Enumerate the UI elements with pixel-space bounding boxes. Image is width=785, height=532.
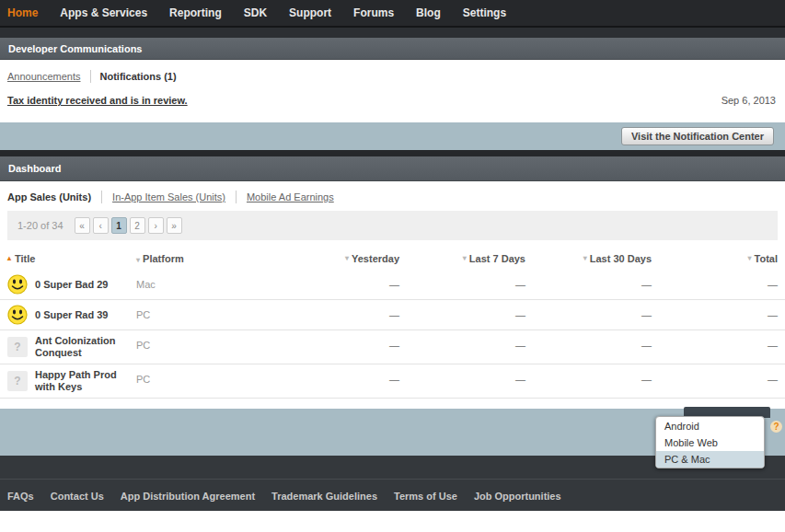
sort-asc-icon: ▴	[7, 255, 11, 262]
dropdown-option-android[interactable]: Android	[656, 418, 764, 434]
total-cell: —	[652, 305, 778, 320]
pagination-bar: 1-20 of 34 « ‹ 1 2 › »	[7, 211, 778, 240]
footer-link-job-opportunities[interactable]: Job Opportunities	[474, 491, 561, 502]
last-30-days-cell: —	[525, 305, 652, 320]
dashboard-title: Dashboard	[8, 163, 61, 174]
table-row: ? Ant Colonization Conquest PC — — — —	[0, 330, 785, 364]
column-header-total-label: Total	[755, 253, 778, 264]
footer-link-trademark-guidelines[interactable]: Trademark Guidelines	[271, 491, 377, 502]
platform-cell: Mac	[136, 274, 273, 290]
last-7-days-cell: —	[399, 305, 525, 320]
visit-notification-center-button[interactable]: Visit the Notification Center	[621, 127, 774, 145]
tab-mobile-ad-earnings[interactable]: Mobile Ad Earnings	[247, 191, 334, 202]
footer-link-faqs[interactable]: FAQs	[7, 491, 34, 502]
nav-item-settings[interactable]: Settings	[463, 0, 506, 27]
nav-item-reporting[interactable]: Reporting	[169, 0, 222, 27]
notification-link[interactable]: Tax identity received and is in review.	[7, 95, 188, 106]
app-sales-table: ▴ Title ▾ Platform ▾ Yesterday ▾ Last 7 …	[0, 253, 785, 399]
pagination-page-1-button[interactable]: 1	[111, 217, 127, 234]
last-7-days-cell: —	[399, 335, 525, 351]
app-title: Happy Path Prod with Keys	[35, 369, 131, 393]
pagination-first-button[interactable]: «	[75, 217, 90, 234]
app-title: 0 Super Rad 39	[35, 309, 131, 321]
dropdown-option-mobile-web[interactable]: Mobile Web	[656, 434, 764, 451]
app-title-cell[interactable]: ? Happy Path Prod with Keys	[7, 369, 136, 393]
footer-link-terms-of-use[interactable]: Terms of Use	[394, 491, 457, 502]
app-title: 0 Super Bad 29	[35, 279, 131, 291]
last-30-days-cell: —	[525, 335, 652, 351]
app-title: Ant Colonization Conquest	[35, 335, 131, 359]
tab-divider	[236, 191, 237, 203]
question-placeholder-icon: ?	[7, 337, 28, 357]
sort-desc-icon: ▾	[748, 255, 752, 262]
total-cell: —	[652, 274, 778, 290]
sort-desc-icon: ▾	[345, 255, 349, 262]
tab-notifications[interactable]: Notifications (1)	[100, 71, 177, 82]
column-header-platform[interactable]: ▾ Platform	[136, 253, 273, 264]
footer-link-contact-us[interactable]: Contact Us	[51, 491, 104, 502]
tab-in-app-item-sales[interactable]: In-App Item Sales (Units)	[112, 191, 225, 202]
table-row: 0 Super Bad 29 Mac — — — —	[0, 270, 785, 300]
smiley-face-icon	[7, 274, 28, 295]
nav-item-forums[interactable]: Forums	[353, 0, 394, 27]
last-7-days-cell: —	[399, 369, 525, 385]
dropdown-option-pc-mac[interactable]: PC & Mac	[656, 451, 764, 468]
section-divider-strip	[0, 150, 785, 156]
total-cell: —	[652, 335, 778, 351]
table-header-row: ▴ Title ▾ Platform ▾ Yesterday ▾ Last 7 …	[0, 253, 785, 270]
spacer	[0, 399, 785, 409]
sort-desc-icon: ▾	[463, 255, 467, 262]
pagination-prev-button[interactable]: ‹	[93, 217, 109, 234]
column-header-platform-label: Platform	[143, 253, 184, 264]
platform-cell: PC	[136, 305, 273, 320]
dashboard-header: Dashboard	[0, 156, 785, 181]
tab-divider	[101, 191, 102, 203]
column-header-last-30-days[interactable]: ▾ Last 30 Days	[525, 253, 652, 264]
notification-footer-bar: Visit the Notification Center	[0, 122, 785, 150]
nav-item-support[interactable]: Support	[289, 0, 331, 27]
sort-desc-icon: ▾	[583, 255, 587, 262]
app-title-cell[interactable]: ? Ant Colonization Conquest	[7, 335, 136, 359]
nav-item-sdk[interactable]: SDK	[244, 0, 267, 27]
footer-link-app-distribution-agreement[interactable]: App Distribution Agreement	[121, 491, 255, 502]
column-header-title[interactable]: ▴ Title	[7, 253, 136, 264]
platform-cell: PC	[136, 335, 273, 351]
developer-communications-content: Announcements Notifications (1) Tax iden…	[0, 60, 785, 122]
notification-row: Tax identity received and is in review. …	[7, 95, 778, 106]
column-header-yesterday[interactable]: ▾ Yesterday	[273, 253, 399, 264]
pagination-last-button[interactable]: »	[167, 217, 182, 234]
column-header-yesterday-label: Yesterday	[352, 253, 399, 264]
nav-item-home[interactable]: Home	[7, 0, 38, 27]
app-title-cell[interactable]: 0 Super Bad 29	[7, 274, 136, 295]
app-title-cell[interactable]: 0 Super Rad 39	[7, 305, 136, 325]
tab-app-sales[interactable]: App Sales (Units)	[7, 191, 91, 202]
column-header-total[interactable]: ▾ Total	[652, 253, 778, 264]
total-cell: —	[652, 369, 778, 385]
developer-communications-header: Developer Communications	[0, 38, 785, 60]
smiley-face-icon	[7, 305, 28, 325]
top-navigation: Home Apps & Services Reporting SDK Suppo…	[0, 0, 785, 28]
column-header-last-7-days-label: Last 7 Days	[469, 253, 525, 264]
help-icon[interactable]: ?	[770, 421, 782, 433]
yesterday-cell: —	[273, 335, 399, 351]
nav-item-blog[interactable]: Blog	[416, 0, 441, 27]
tab-divider	[90, 70, 91, 83]
column-header-last-7-days[interactable]: ▾ Last 7 Days	[399, 253, 525, 264]
pagination-page-2-button[interactable]: 2	[130, 217, 145, 234]
notification-date: Sep 6, 2013	[722, 95, 778, 106]
dashboard-footer-bar: Android Mobile Web PC & Mac ?	[0, 409, 785, 456]
column-header-last-30-days-label: Last 30 Days	[590, 253, 652, 264]
nav-item-apps-services[interactable]: Apps & Services	[60, 0, 147, 27]
pagination-next-button[interactable]: ›	[148, 217, 164, 234]
last-30-days-cell: —	[525, 274, 652, 290]
yesterday-cell: —	[273, 369, 399, 385]
sort-desc-icon: ▾	[136, 256, 140, 264]
footer-links: FAQs Contact Us App Distribution Agreeme…	[0, 480, 785, 502]
yesterday-cell: —	[273, 274, 399, 290]
developer-communications-title: Developer Communications	[8, 43, 142, 54]
table-row: 0 Super Rad 39 PC — — — —	[0, 300, 785, 330]
last-30-days-cell: —	[525, 369, 652, 385]
tab-announcements[interactable]: Announcements	[7, 71, 81, 82]
pagination-range: 1-20 of 34	[17, 220, 63, 231]
communications-tabs: Announcements Notifications (1)	[7, 70, 778, 83]
